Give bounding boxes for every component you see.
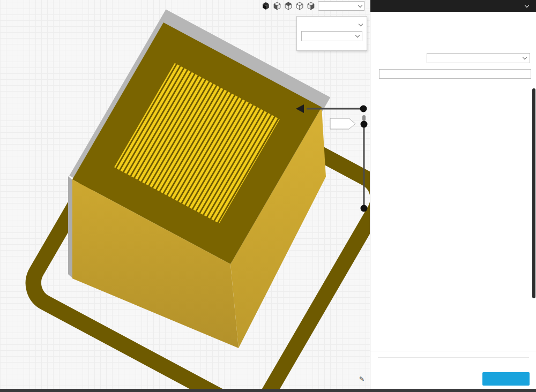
footer-divider bbox=[378, 357, 529, 358]
3d-viewport[interactable]: ✎ bbox=[0, 0, 370, 392]
model-info: ✎ bbox=[356, 374, 364, 386]
layer-number-tag[interactable] bbox=[330, 118, 355, 129]
layer-slider-stub bbox=[362, 115, 366, 121]
cura-window: ✎ bbox=[0, 0, 536, 392]
output-footer bbox=[370, 351, 536, 389]
chevron-down-icon bbox=[523, 55, 527, 59]
profile-dropdown[interactable] bbox=[427, 53, 530, 63]
settings-panel bbox=[370, 0, 536, 392]
view-3d-icon[interactable] bbox=[262, 2, 270, 10]
view-left-icon[interactable] bbox=[295, 2, 304, 10]
layer-slider-bottom-handle[interactable] bbox=[361, 205, 368, 212]
search-input[interactable] bbox=[379, 71, 531, 79]
save-to-file-button[interactable] bbox=[482, 372, 530, 386]
model-shadow-edge bbox=[68, 176, 72, 278]
machine-selector[interactable] bbox=[370, 0, 536, 12]
view-right-icon[interactable] bbox=[307, 2, 315, 10]
chevron-down-icon bbox=[525, 3, 529, 7]
visualization-dropdown-button[interactable] bbox=[318, 1, 365, 11]
chevron-down-icon bbox=[359, 21, 363, 26]
chevron-down-icon bbox=[358, 3, 362, 7]
window-bottom-bar bbox=[0, 389, 536, 392]
travel-endpoint bbox=[360, 105, 367, 112]
view-toolbar bbox=[262, 1, 365, 11]
layer-slider-top-handle[interactable] bbox=[361, 121, 368, 128]
settings-scrollbar[interactable] bbox=[532, 88, 535, 298]
color-scheme-row[interactable] bbox=[301, 20, 362, 29]
scene-canvas bbox=[0, 0, 370, 392]
profile-row bbox=[381, 53, 530, 63]
view-top-icon[interactable] bbox=[284, 2, 293, 10]
visualization-panel bbox=[296, 16, 367, 51]
chevron-down-icon bbox=[355, 33, 360, 37]
view-front-icon[interactable] bbox=[273, 2, 281, 10]
color-scheme-select[interactable] bbox=[301, 31, 362, 41]
search-box bbox=[379, 69, 531, 79]
rename-pencil-icon[interactable]: ✎ bbox=[359, 375, 364, 383]
